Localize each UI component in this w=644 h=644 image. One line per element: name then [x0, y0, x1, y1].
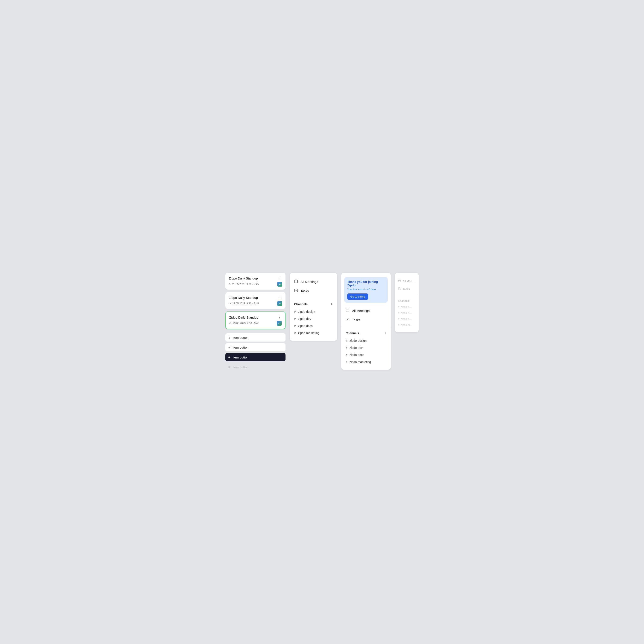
right-calendar-icon — [346, 308, 349, 313]
cal-badge-1: 31 — [277, 282, 282, 287]
svg-rect-0 — [295, 280, 298, 283]
right-panel-nav-tasks[interactable]: Tasks — [341, 315, 391, 325]
far-right-nav-meetings: All Mee… — [395, 277, 419, 285]
right-panel: Thank you for joining Zipdo. Your trial … — [341, 273, 391, 370]
far-right-hash-3: # — [398, 317, 399, 320]
repeat-icon-1: ⟳ — [229, 283, 231, 286]
far-right-channel-2: # zipdo-d… — [395, 310, 419, 316]
meeting-date-2: 23.05.2023 — [232, 302, 245, 305]
item-button-3-label: Item button — [232, 355, 249, 359]
repeat-icon-2: ⟳ — [229, 302, 231, 305]
meeting-card-1[interactable]: Zidpo Daily Standup ⋮ ⟳ 23.05.2023 9:30 … — [225, 273, 286, 290]
right-hash-docs: # — [346, 353, 347, 357]
hash-icon-4: # — [228, 365, 230, 369]
sidebar-nav-tasks[interactable]: Tasks — [290, 286, 337, 296]
main-container: Zidpo Daily Standup ⋮ ⟳ 23.05.2023 9:30 … — [225, 273, 419, 371]
far-right-ch3-name: zipdo-d… — [401, 317, 412, 320]
channel-item-dev[interactable]: # zipdo-dev — [290, 315, 337, 322]
right-channels-label: Channels — [346, 331, 359, 335]
meeting-card-2[interactable]: Zidpo Daily Standup ⋮ ⟳ 23.05.2023 9:30 … — [225, 292, 286, 309]
far-right-ch2-name: zipdo-d… — [401, 311, 412, 314]
meeting-title-1: Zidpo Daily Standup — [229, 276, 258, 280]
sidebar-panel: All Meetings Tasks Channels + # zipdo-de… — [290, 273, 337, 341]
right-channels-header: Channels + — [341, 329, 391, 337]
right-channel-marketing-name: zipdo-marketing — [349, 360, 371, 364]
channel-hash-design: # — [294, 310, 296, 313]
meeting-title-2: Zidpo Daily Standup — [229, 296, 258, 299]
far-right-hash-2: # — [398, 311, 399, 314]
add-channel-button[interactable]: + — [330, 302, 333, 306]
right-divider — [341, 327, 391, 327]
far-right-channel-1: # zipdo-d… — [395, 304, 419, 310]
meeting-card-2-header: Zidpo Daily Standup ⋮ — [229, 295, 282, 300]
dots-menu-2[interactable]: ⋮ — [278, 295, 282, 300]
far-right-channel-3: # zipdo-d… — [395, 316, 419, 322]
meeting-time-2: 9:30 - 9:45 — [246, 302, 259, 305]
far-right-hash-4: # — [398, 324, 399, 327]
item-button-3[interactable]: # Item button — [225, 353, 286, 361]
far-right-meetings-label: All Mee… — [403, 279, 415, 283]
hash-icon-1: # — [228, 336, 230, 339]
right-channel-design[interactable]: # zipdo-design — [341, 337, 391, 344]
channel-item-marketing[interactable]: # zipdo-marketing — [290, 329, 337, 336]
sidebar-divider — [290, 298, 337, 298]
item-button-4-label: Item button — [232, 365, 249, 369]
channels-header: Channels + — [290, 300, 337, 308]
item-button-4: # Item button — [225, 363, 286, 371]
channel-hash-marketing: # — [294, 331, 296, 335]
meeting-card-1-header: Zidpo Daily Standup ⋮ — [229, 276, 282, 281]
tasks-icon — [294, 289, 298, 293]
meeting-title-3: Zidpo Daily Standup — [229, 316, 258, 319]
right-panel-nav-all-meetings[interactable]: All Meetings — [341, 306, 391, 315]
meeting-card-3-header: Zidpo Daily Standup ⋮ — [229, 315, 282, 320]
meeting-card-3[interactable]: Zidpo Daily Standup ⋮ ⟳ 23.05.2023 9:30 … — [225, 311, 286, 329]
trial-banner: Thank you for joining Zipdo. Your trial … — [344, 277, 388, 303]
right-hash-dev: # — [346, 346, 347, 349]
trial-title: Thank you for joining Zipdo. — [347, 280, 385, 287]
right-channel-dev[interactable]: # zipdo-dev — [341, 344, 391, 351]
meeting-time-3: 9:30 - 9:45 — [247, 322, 259, 325]
item-button-2[interactable]: # Item button — [225, 343, 286, 351]
far-right-ch4-name: zipdo-m… — [401, 324, 413, 327]
channel-name-marketing: zipdo-marketing — [298, 331, 319, 335]
hash-icon-3: # — [228, 355, 230, 359]
sidebar-all-meetings-label: All Meetings — [301, 280, 318, 284]
meeting-meta-1: ⟳ 23.05.2023 9:30 - 9:45 31 — [229, 282, 282, 287]
go-to-billing-button[interactable]: Go to billing — [347, 293, 368, 300]
right-tasks-label: Tasks — [352, 318, 360, 322]
meeting-date-1: 23.05.2023 — [232, 283, 245, 286]
far-right-hash-1: # — [398, 305, 399, 308]
channel-item-docs[interactable]: # zipdo-docs — [290, 322, 337, 329]
channel-name-design: zipdo-design — [298, 310, 315, 313]
left-panel: Zidpo Daily Standup ⋮ ⟳ 23.05.2023 9:30 … — [225, 273, 286, 371]
dots-menu-3[interactable]: ⋮ — [278, 315, 282, 320]
sidebar-nav-all-meetings[interactable]: All Meetings — [290, 277, 337, 286]
right-channel-docs-name: zipdo-docs — [349, 353, 364, 357]
right-hash-design: # — [346, 339, 347, 342]
right-add-channel-button[interactable]: + — [384, 331, 386, 335]
far-right-channels-label: Channels — [398, 299, 410, 302]
far-right-tasks-label: Tasks — [403, 287, 410, 291]
meeting-meta-3: ⟳ 23.05.2023 9:30 - 9:45 31 — [229, 321, 282, 326]
right-channel-dev-name: zipdo-dev — [349, 346, 363, 349]
right-channel-marketing[interactable]: # zipdo-marketing — [341, 358, 391, 365]
meeting-meta-2: ⟳ 23.05.2023 9:30 - 9:45 31 — [229, 301, 282, 306]
far-right-tasks-icon — [398, 287, 401, 291]
item-button-1[interactable]: # Item button — [225, 333, 286, 342]
dots-menu-1[interactable]: ⋮ — [278, 276, 282, 281]
far-right-ch1-name: zipdo-d… — [401, 305, 412, 308]
item-button-2-label: Item button — [232, 346, 249, 349]
far-right-nav-tasks: Tasks — [395, 285, 419, 293]
far-right-panel: All Mee… Tasks Channels # zipdo-d… # zip… — [395, 273, 419, 332]
channel-hash-docs: # — [294, 324, 296, 328]
right-channel-docs[interactable]: # zipdo-docs — [341, 351, 391, 358]
item-buttons-section: # Item button # Item button # Item butto… — [225, 333, 286, 371]
svg-rect-4 — [346, 309, 349, 312]
right-all-meetings-label: All Meetings — [352, 309, 370, 313]
right-channel-design-name: zipdo-design — [349, 339, 366, 342]
channel-item-design[interactable]: # zipdo-design — [290, 308, 337, 315]
trial-subtitle: Your trial ends in 45 days. — [347, 288, 385, 291]
far-right-cal-icon — [398, 279, 401, 283]
cal-badge-3: 31 — [277, 321, 282, 326]
repeat-icon-3: ⟳ — [229, 322, 231, 325]
